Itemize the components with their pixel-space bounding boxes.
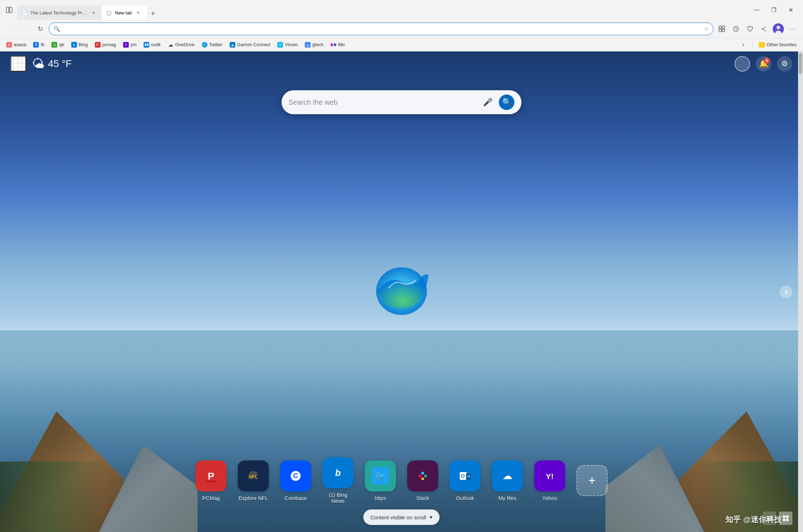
shortcut-yahoo[interactable]: Y! Yahoo [534,460,565,501]
newtab-search-input[interactable] [289,98,476,106]
notification-button[interactable]: 🔔 4 [756,56,771,72]
fav-flikr[interactable]: flikr [328,41,348,49]
shortcut-myfiles[interactable]: ☁ My files [492,460,523,501]
add-shortcut-button[interactable]: + [576,465,608,496]
qb-icon: Q [52,42,57,48]
shortcut-nfl[interactable]: NFL Explore NFL [238,460,269,501]
content-visible-button[interactable]: Content visible on scroll ▾ [363,509,440,525]
new-tab-button[interactable]: + [147,7,159,20]
favorites-separator [753,41,753,48]
scroll-up-indicator[interactable]: ∧ [780,286,792,298]
shortcut-slack[interactable]: Slack [407,460,438,501]
voice-search-button[interactable]: 🎤 [481,95,495,109]
svg-point-28 [421,477,424,480]
fav-ym[interactable]: Y ym [120,41,139,49]
svg-rect-4 [719,29,722,32]
favorites-heart-button[interactable] [744,23,756,35]
shortcut-https[interactable]: 🐦 https [365,460,396,501]
svg-rect-5 [722,29,725,32]
flikr-icon [331,42,336,48]
fav-twitter[interactable]: 🐦 Twitter [199,41,225,49]
fav-fb[interactable]: f fb [30,41,47,49]
add-shortcut-item[interactable]: + [576,465,608,496]
fav-bing-label: Bing [79,42,88,47]
maximize-button[interactable]: ❐ [766,4,782,16]
profile-button[interactable] [773,23,784,35]
svg-text:✉: ✉ [467,475,470,478]
address-input[interactable] [63,26,701,32]
window-controls: — ❐ ✕ [749,4,799,16]
collections-button[interactable] [716,23,728,35]
fav-other-label: Other favorites [767,42,797,47]
fav-gtech[interactable]: g gtech [302,41,326,49]
fav-asana-label: asana [14,42,26,47]
pcmag-shortcut-label: PCMag [202,495,220,501]
svg-text:🐦: 🐦 [374,470,387,482]
forward-button[interactable]: → [19,23,32,35]
tab-2[interactable]: ⬡ New tab ✕ [102,6,147,20]
yahoo-shortcut-label: Yahoo [542,495,557,501]
tab-1[interactable]: 📄 The Latest Technology Product R... ✕ [17,6,102,20]
history-button[interactable] [730,23,742,35]
newtab-topbar-right: 🔔 4 ⚙ [735,56,792,72]
minimize-button[interactable]: — [749,4,765,16]
share-button[interactable] [758,23,771,35]
tab2-close-button[interactable]: ✕ [135,9,142,16]
gtech-icon: g [305,42,310,48]
refresh-button[interactable]: ↻ [34,23,47,35]
fav-garmin[interactable]: ▲ Garmin Connect [227,41,273,49]
shortcut-coinbase[interactable]: C Coinbase [280,460,311,501]
fav-pcmag-label: pcmag [102,42,116,47]
fav-pcmag[interactable]: P pcmag [92,41,119,49]
close-button[interactable]: ✕ [783,4,799,16]
tabs-area: 📄 The Latest Technology Product R... ✕ ⬡… [17,0,747,20]
tab1-close-button[interactable]: ✕ [91,9,97,16]
fav-asana[interactable]: A asana [4,41,29,49]
svg-text:b: b [335,467,341,478]
https-shortcut-label: https [375,495,386,501]
twitter-icon: 🐦 [202,42,207,48]
outlook-shortcut-label: Outlook [456,495,474,501]
svg-point-16 [249,471,258,477]
toolbar: ← → ↻ 🔍 ☆ [0,20,803,38]
coinbase-shortcut-label: Coinbase [284,495,307,501]
fav-vimeo[interactable]: V Vimeo [274,41,301,49]
settings-button[interactable]: ⚙ [777,56,792,72]
slack-shortcut-label: Slack [416,495,429,501]
sidebar-toggle-button[interactable] [3,4,16,16]
svg-text:☁: ☁ [502,470,512,481]
apps-grid-button[interactable] [11,56,26,72]
fav-onedrive[interactable]: ☁ OneDrive [165,41,198,49]
address-bar[interactable]: 🔍 ☆ [49,23,713,35]
svg-text:O: O [461,473,465,479]
fav-other-favorites[interactable]: Other favorites [756,41,799,49]
favorites-star-icon[interactable]: ☆ [704,25,709,32]
grid-dot [14,60,17,62]
fav-outlk[interactable]: 📧 outlk [141,41,163,49]
scrollbar[interactable] [798,51,803,532]
shortcut-outlook[interactable]: O ✉ Outlook [449,460,481,501]
tab2-title: New tab [115,10,132,16]
profile-circle[interactable] [735,56,750,72]
outlk-icon: 📧 [144,42,149,48]
fav-bing[interactable]: b Bing [68,41,91,49]
svg-point-25 [418,475,421,477]
newtab-search-area: 🎤 🔍 [282,90,521,114]
fav-qb[interactable]: Q qb [49,41,67,49]
toolbar-actions: ⋯ [716,23,799,35]
favorites-more-button[interactable]: › [737,38,750,51]
svg-rect-3 [722,26,725,29]
fav-fb-label: fb [41,42,44,47]
more-button[interactable]: ⋯ [786,23,799,35]
edge-logo [370,256,433,319]
scrollbar-thumb[interactable] [799,53,802,74]
svg-rect-0 [6,7,9,13]
fav-gtech-label: gtech [312,42,324,47]
garmin-icon: ▲ [230,42,235,48]
search-submit-button[interactable]: 🔍 [499,94,514,110]
shortcut-pcmag[interactable]: P PCMag [195,460,227,501]
shortcut-bingnews[interactable]: b (1) Bing News [322,457,354,504]
weather-temperature: 45 °F [48,58,72,69]
reeds-left [0,461,106,532]
back-button[interactable]: ← [4,23,17,35]
